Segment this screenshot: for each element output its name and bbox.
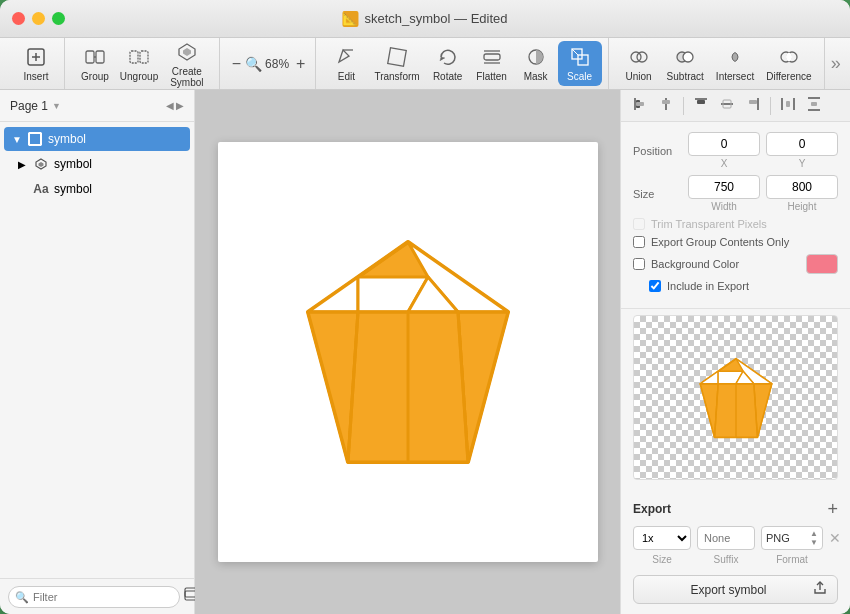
minimize-button[interactable]: [32, 12, 45, 25]
svg-point-20: [637, 52, 647, 62]
filter-input[interactable]: [8, 586, 180, 608]
expand-icon: ▶: [18, 159, 32, 170]
filter-wrap: 🔍: [8, 586, 180, 608]
union-button[interactable]: Union: [617, 41, 661, 86]
union-icon: [627, 45, 651, 69]
export-group-checkbox[interactable]: [633, 236, 645, 248]
rotate-button[interactable]: Rotate: [426, 41, 470, 86]
width-label: Width: [711, 201, 737, 212]
zoom-value: 68%: [262, 57, 292, 71]
mask-button[interactable]: Mask: [514, 41, 558, 86]
svg-rect-25: [29, 133, 41, 145]
align-right-edge-button[interactable]: [742, 94, 764, 117]
align-center-h-button[interactable]: [655, 94, 677, 117]
flatten-button[interactable]: Flatten: [470, 41, 514, 86]
include-export-checkbox[interactable]: [649, 280, 661, 292]
background-color-checkbox[interactable]: [633, 258, 645, 270]
format-down-button[interactable]: ▼: [810, 538, 818, 548]
intersect-label: Intersect: [716, 71, 754, 82]
format-steppers: ▲ ▼: [810, 529, 818, 548]
background-color-label: Background Color: [651, 258, 800, 270]
artboard-icon: [26, 130, 44, 148]
svg-rect-63: [811, 102, 817, 106]
export-symbol-button[interactable]: Export symbol: [633, 575, 838, 604]
ungroup-button[interactable]: Ungroup: [117, 41, 161, 86]
align-separator-2: [770, 97, 771, 115]
intersect-button[interactable]: Intersect: [710, 41, 760, 86]
svg-rect-53: [697, 100, 705, 104]
scale-icon: [568, 45, 592, 69]
difference-icon: [777, 45, 801, 69]
distribute-v-button[interactable]: [803, 94, 825, 117]
svg-line-18: [572, 49, 578, 55]
titlebar: 📐 sketch_symbol — Edited: [0, 0, 850, 38]
insert-label: Insert: [23, 71, 48, 82]
page-selector[interactable]: Page 1 ▼ ◀ ▶: [0, 90, 194, 122]
background-color-swatch[interactable]: [806, 254, 838, 274]
export-options-row: 1x 2x 3x PNG ▲ ▼: [633, 526, 838, 550]
svg-rect-60: [786, 101, 790, 107]
svg-point-22: [683, 52, 693, 62]
size-label: Size: [633, 188, 688, 200]
remove-export-button[interactable]: ✕: [829, 530, 841, 546]
add-export-button[interactable]: +: [827, 500, 838, 518]
align-left-edge-button[interactable]: [629, 94, 651, 117]
insert-button[interactable]: Insert: [14, 41, 58, 86]
suffix-input[interactable]: [697, 526, 755, 550]
canvas-area[interactable]: [195, 90, 620, 614]
height-input[interactable]: [766, 175, 838, 199]
size-col-label: Size: [633, 554, 691, 565]
layer-item[interactable]: Aa symbol: [4, 177, 190, 201]
group-button[interactable]: Group: [73, 41, 117, 86]
height-label: Height: [788, 201, 817, 212]
scale-button[interactable]: Scale: [558, 41, 602, 86]
distribute-h-button[interactable]: [777, 94, 799, 117]
svg-point-19: [631, 52, 641, 62]
size-select[interactable]: 1x 2x 3x: [633, 526, 691, 550]
position-label: Position: [633, 145, 688, 157]
svg-rect-3: [86, 51, 94, 63]
group-label: Group: [81, 71, 109, 82]
edit-button[interactable]: Edit: [324, 41, 368, 86]
format-up-button[interactable]: ▲: [810, 529, 818, 539]
height-input-wrap: Height: [766, 175, 838, 212]
transform-button[interactable]: Transform: [368, 41, 425, 86]
create-symbol-icon: [175, 40, 199, 64]
more-tools-button[interactable]: »: [827, 53, 845, 74]
align-top-edge-button[interactable]: [690, 94, 712, 117]
edit-label: Edit: [338, 71, 355, 82]
alignment-bar: [621, 90, 850, 122]
create-symbol-button[interactable]: Create Symbol: [161, 36, 213, 92]
difference-button[interactable]: Difference: [760, 41, 817, 86]
export-header: Export +: [633, 500, 838, 518]
align-middle-v-button[interactable]: [716, 94, 738, 117]
width-input[interactable]: [688, 175, 760, 199]
y-input[interactable]: [766, 132, 838, 156]
window-controls: [12, 12, 65, 25]
width-input-wrap: Width: [688, 175, 760, 212]
zoom-in-button[interactable]: +: [292, 53, 309, 75]
canvas-frame: [218, 142, 598, 562]
transform-icon: [385, 45, 409, 69]
layer-name: symbol: [54, 182, 92, 196]
position-row: Position X Y: [633, 132, 838, 169]
trim-transparent-checkbox[interactable]: [633, 218, 645, 230]
edit-icon: [334, 45, 358, 69]
layer-item[interactable]: ▶ symbol: [4, 152, 190, 176]
zoom-icon: 🔍: [245, 56, 262, 72]
maximize-button[interactable]: [52, 12, 65, 25]
layer-item[interactable]: ▼ symbol: [4, 127, 190, 151]
x-input[interactable]: [688, 132, 760, 156]
flatten-label: Flatten: [476, 71, 507, 82]
zoom-out-button[interactable]: −: [228, 53, 245, 75]
preview-diamond: [686, 348, 786, 448]
subtract-button[interactable]: Subtract: [661, 41, 710, 86]
layers-panel: ▼ symbol ▶: [0, 122, 194, 578]
title-text: sketch_symbol — Edited: [364, 11, 507, 26]
x-input-wrap: X: [688, 132, 760, 169]
subtract-icon: [673, 45, 697, 69]
export-group-label: Export Group Contents Only: [651, 236, 789, 248]
export-group-row: Export Group Contents Only: [633, 236, 838, 248]
svg-rect-7: [140, 51, 148, 63]
close-button[interactable]: [12, 12, 25, 25]
